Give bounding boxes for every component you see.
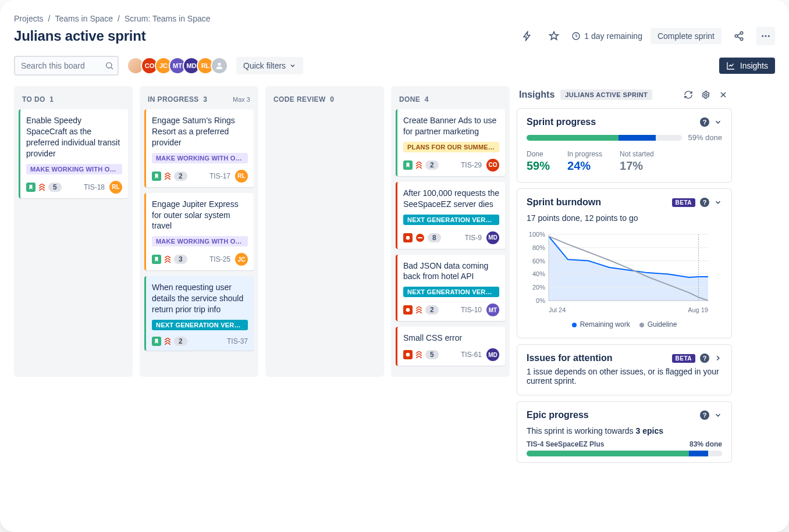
epic-tag: MAKE WORKING WITH OUR ... [152,236,248,247]
more-icon[interactable] [756,27,775,45]
assignee-avatar[interactable]: CO [486,159,499,172]
help-icon[interactable]: ? [700,198,709,207]
story-points: 2 [425,305,439,315]
column-todo: TO DO 1 Enable Speedy SpaceCraft as the … [14,86,133,377]
close-icon[interactable] [717,88,730,101]
epic-tag: PLANS FOR OUR SUMMER S... [403,142,499,152]
issue-key: TIS-18 [84,183,105,191]
help-icon[interactable]: ? [700,117,709,127]
story-points: 2 [174,337,187,346]
beta-badge: BETA [672,198,695,207]
svg-text:60%: 60% [532,258,545,265]
svg-point-10 [406,308,410,312]
issue-key: TIS-10 [461,306,482,314]
story-icon [403,160,413,170]
svg-point-4 [762,35,763,37]
issue-key: TIS-25 [209,255,230,263]
bug-icon [403,350,413,359]
assignee-avatar[interactable]: RL [109,181,122,194]
chevron-down-icon [289,62,296,69]
svg-point-12 [705,94,707,96]
assignee-avatar[interactable]: MT [486,304,499,316]
story-points: 8 [428,233,441,242]
priority-icon [416,306,422,313]
time-remaining: 1 day remaining [571,31,642,41]
avatar[interactable] [211,57,228,74]
star-icon[interactable] [545,27,563,45]
priority-icon [165,338,170,345]
priority-icon [416,351,422,358]
issue-card[interactable]: Engage Saturn's Rings Resort as a prefer… [144,109,254,187]
breadcrumb-board[interactable]: Scrum: Teams in Space [125,14,211,23]
svg-text:0%: 0% [536,297,545,304]
issue-key: TIS-61 [461,351,482,359]
attention-card[interactable]: Issues for attention BETA ? 1 issue depe… [517,344,732,395]
issue-card[interactable]: Enable Speedy SpaceCraft as the preferre… [19,109,128,198]
epic-tag: MAKE WORKING WITH OUR ... [152,153,248,163]
share-icon[interactable] [730,27,748,45]
svg-point-3 [740,38,743,41]
search-input-wrap [14,56,119,76]
assignee-avatar[interactable]: JC [235,253,248,266]
story-points: 5 [425,350,439,359]
breadcrumb: Projects / Teams in Space / Scrum: Teams… [14,14,775,23]
story-icon [152,337,161,346]
search-input[interactable] [14,56,119,76]
progress-stat: Not started17% [620,150,654,173]
chevron-down-icon[interactable] [714,198,722,206]
story-points: 2 [425,160,439,170]
progress-stat: In progress24% [567,150,602,173]
svg-point-2 [735,35,738,38]
issue-card[interactable]: Engage Jupiter Express for outer solar s… [144,193,254,271]
epic-progress-card: Epic progress ? This sprint is working t… [517,401,732,463]
story-icon [152,172,161,181]
help-icon[interactable]: ? [700,410,709,420]
issue-key: TIS-17 [209,172,230,180]
breadcrumb-team[interactable]: Teams in Space [55,14,113,23]
insights-title: Insights [519,90,555,100]
issue-card[interactable]: Small CSS error 5 TIS-61MD [396,327,505,366]
story-icon [26,183,35,192]
complete-sprint-button[interactable]: Complete sprint [651,28,722,44]
svg-point-9 [406,235,410,240]
story-icon [152,255,161,264]
assignee-avatar[interactable]: RL [235,170,248,183]
automation-icon[interactable] [518,27,536,45]
story-points: 5 [48,183,62,192]
column-codereview: CODE REVIEW 0 [265,86,384,377]
svg-point-5 [765,35,767,37]
refresh-icon[interactable] [682,88,695,101]
epic-tag: MAKE WORKING WITH OUR ... [26,164,122,174]
insights-button[interactable]: Insights [719,58,775,74]
breadcrumb-projects[interactable]: Projects [14,14,44,23]
help-icon[interactable]: ? [700,354,709,363]
gear-icon[interactable] [699,88,712,101]
issue-card[interactable]: After 100,000 requests the SeeSpaceEZ se… [396,182,505,249]
chevron-down-icon[interactable] [714,411,722,419]
svg-point-7 [106,63,112,68]
chevron-down-icon[interactable] [714,118,722,126]
sprint-chip: JULIANS ACTIVE SPRINT [560,90,652,100]
story-points: 2 [174,172,187,181]
quick-filters-button[interactable]: Quick filters [236,57,303,74]
svg-point-8 [218,63,221,66]
issue-key: TIS-37 [227,337,248,345]
sprint-progress-card: Sprint progress ? 59% done Done59%In pro… [517,108,732,183]
priority-icon [39,184,45,191]
priority-icon [165,256,170,263]
issue-card[interactable]: Create Banner Ads to use for partner mar… [396,109,505,176]
epic-tag: NEXT GENERATION VERSIO... [403,215,499,225]
assignee-avatar[interactable]: MD [486,231,499,244]
issue-card[interactable]: When requesting user details the service… [144,276,254,351]
svg-point-11 [406,353,410,357]
assignee-avatar[interactable]: MD [486,348,499,361]
svg-text:Jul 24: Jul 24 [549,306,566,313]
chevron-right-icon [714,354,722,362]
progress-stat: Done59% [527,150,550,173]
issue-key: TIS-9 [465,234,482,242]
issue-card[interactable]: Bad JSON data coming back from hotel API… [396,255,505,322]
issue-key: TIS-29 [461,161,482,169]
bug-icon [403,233,413,242]
priority-icon [165,173,170,180]
story-points: 3 [174,255,187,264]
